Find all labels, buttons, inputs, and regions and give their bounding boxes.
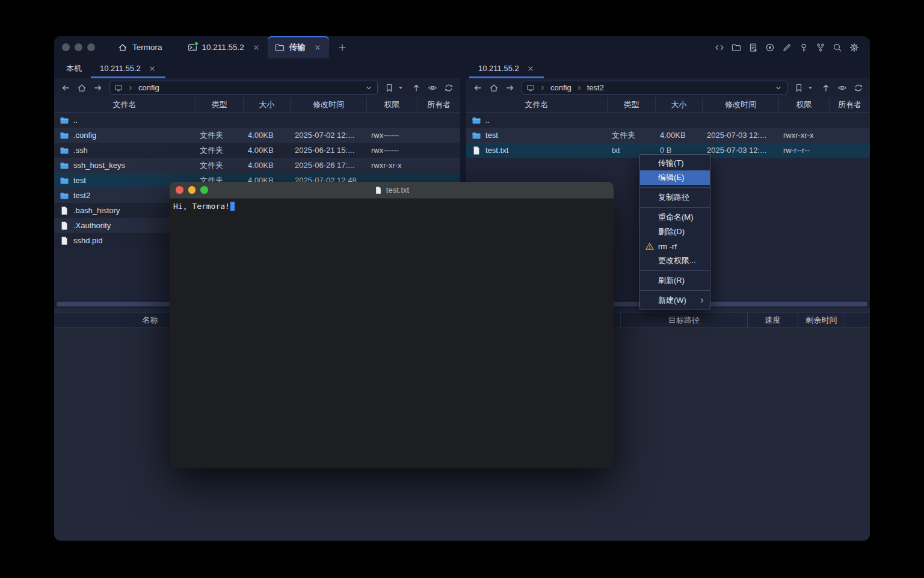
menu-item-rename[interactable]: 重命名(M): [640, 210, 710, 225]
column-header-mtime[interactable]: 修改时间: [703, 97, 779, 112]
tab-ssh-session[interactable]: 10.211.55.2: [180, 36, 268, 58]
upload-icon[interactable]: [411, 83, 421, 93]
keychain-icon[interactable]: [816, 43, 825, 52]
tab-transfer[interactable]: 传输: [268, 36, 329, 58]
column-header-speed[interactable]: 速度: [748, 313, 798, 327]
menu-item-edit[interactable]: 编辑(E): [640, 170, 710, 185]
menu-item-copy-path[interactable]: 复制路径: [640, 190, 710, 205]
settings-gear-icon[interactable]: [849, 43, 859, 52]
path-separator-icon: [126, 84, 135, 92]
editor-content-area[interactable]: Hi, Termora!: [170, 199, 614, 214]
path-separator-icon: [538, 84, 547, 92]
close-window-button[interactable]: [62, 43, 70, 51]
upload-icon[interactable]: [821, 83, 831, 93]
column-header-size[interactable]: 大小: [656, 97, 703, 112]
table-row[interactable]: ssh_host_keys 文件夹4.00KB2025-06-26 17:...…: [54, 158, 460, 173]
record-icon[interactable]: [765, 43, 775, 52]
bookmark-caret-icon[interactable]: [806, 84, 815, 92]
close-tab-icon[interactable]: [148, 64, 156, 73]
column-header-name[interactable]: 文件名: [466, 97, 608, 112]
chevron-down-icon[interactable]: [774, 84, 783, 92]
bookmark-caret-icon[interactable]: [396, 84, 405, 92]
edit-icon[interactable]: [782, 43, 792, 52]
back-icon[interactable]: [61, 83, 70, 93]
transfer-tab-label: 传输: [289, 42, 306, 53]
chevron-down-icon[interactable]: [365, 84, 373, 92]
menu-item-change-permissions[interactable]: 更改权限...: [640, 253, 710, 268]
column-header-eta[interactable]: 剩余时间: [798, 313, 845, 327]
close-tab-icon[interactable]: [526, 64, 535, 73]
editor-minimize-button[interactable]: [188, 186, 196, 194]
menu-item-new[interactable]: 新建(W): [640, 293, 710, 308]
maximize-window-button[interactable]: [87, 43, 95, 51]
connected-status-dot: [194, 42, 199, 46]
file-icon: [374, 186, 383, 194]
column-header-type[interactable]: 类型: [196, 97, 244, 112]
table-row[interactable]: ..: [54, 113, 460, 128]
column-header-mtime[interactable]: 修改时间: [291, 97, 367, 112]
column-header-type[interactable]: 类型: [608, 97, 656, 112]
editor-titlebar[interactable]: test.txt: [170, 182, 614, 199]
table-row[interactable]: .config 文件夹4.00KB2025-07-02 12:...rwx---…: [54, 128, 460, 143]
close-tab-icon[interactable]: [313, 43, 322, 52]
menu-item-delete[interactable]: 删除(D): [640, 225, 710, 239]
refresh-icon[interactable]: [854, 83, 863, 93]
home-icon[interactable]: [77, 83, 87, 93]
local-tab-label: 本机: [66, 63, 82, 74]
log-icon[interactable]: [748, 43, 758, 52]
column-header-destination[interactable]: 目标路径: [621, 313, 748, 327]
right-host-tab-label: 10.211.55.2: [478, 64, 519, 73]
bookmark-icon[interactable]: [794, 83, 804, 93]
editor-traffic-lights: [170, 186, 208, 194]
editor-close-button[interactable]: [176, 186, 183, 194]
show-hidden-eye-icon[interactable]: [428, 83, 437, 93]
path-segment[interactable]: test2: [587, 83, 604, 92]
minimize-window-button[interactable]: [75, 43, 82, 51]
editor-title: test.txt: [170, 182, 614, 198]
refresh-icon[interactable]: [444, 83, 454, 93]
search-icon[interactable]: [833, 43, 842, 52]
back-icon[interactable]: [473, 83, 482, 93]
column-header-name[interactable]: 文件名: [54, 97, 196, 112]
path-segment[interactable]: config: [138, 83, 159, 92]
folder-icon: [60, 176, 69, 185]
table-row[interactable]: test 文件夹4.00KB2025-07-03 12:...rwxr-xr-x: [466, 128, 870, 143]
file-name: test: [73, 176, 86, 185]
folder-icon: [60, 161, 69, 170]
forward-icon[interactable]: [505, 83, 515, 93]
new-panel-tab-button[interactable]: [165, 64, 180, 73]
editor-text-line: Hi, Termora!: [173, 202, 230, 211]
tab-left-host[interactable]: 10.211.55.2: [91, 58, 165, 78]
column-header-perm[interactable]: 权限: [779, 97, 830, 112]
menu-item-refresh[interactable]: 刷新(R): [640, 273, 710, 288]
bookmark-icon[interactable]: [384, 83, 394, 93]
column-header-perm[interactable]: 权限: [367, 97, 417, 112]
submenu-chevron-icon: [698, 296, 706, 305]
table-row[interactable]: ..: [466, 113, 870, 128]
new-panel-tab-button[interactable]: [544, 64, 558, 73]
right-path-input[interactable]: config test2: [522, 81, 787, 95]
tab-local-machine[interactable]: 本机: [57, 58, 91, 78]
tab-home[interactable]: Termora: [105, 43, 180, 52]
code-snippets-icon[interactable]: [715, 43, 724, 52]
folder-icon: [275, 43, 285, 52]
folder-icon[interactable]: [732, 43, 741, 52]
table-row[interactable]: .ssh 文件夹4.00KB2025-06-21 15:...rwx------: [54, 143, 460, 158]
column-header-owner[interactable]: 所有者: [830, 97, 870, 112]
path-segment[interactable]: config: [550, 83, 571, 92]
file-name: .bash_history: [73, 206, 120, 215]
close-tab-icon[interactable]: [252, 43, 260, 52]
menu-item-transfer[interactable]: 传输(T): [640, 156, 710, 170]
left-path-input[interactable]: config: [109, 81, 378, 95]
menu-item-rm-rf[interactable]: rm -rf: [640, 239, 710, 253]
tab-right-host[interactable]: 10.211.55.2: [469, 58, 544, 78]
window-titlebar: Termora 10.211.55.2 传输: [54, 36, 870, 58]
home-icon[interactable]: [489, 83, 499, 93]
key-manager-icon[interactable]: [799, 43, 808, 52]
column-header-owner[interactable]: 所有者: [417, 97, 460, 112]
new-tab-button[interactable]: [337, 43, 347, 52]
show-hidden-eye-icon[interactable]: [837, 83, 847, 93]
column-header-size[interactable]: 大小: [244, 97, 291, 112]
editor-maximize-button[interactable]: [200, 186, 208, 194]
forward-icon[interactable]: [93, 83, 103, 93]
